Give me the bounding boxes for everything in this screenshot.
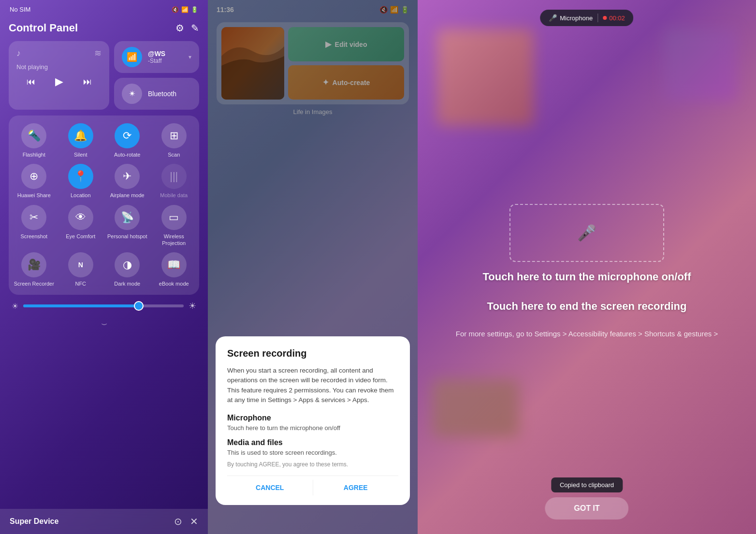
quick-toggles-grid: 🔦 Flashlight 🔔 Silent ⟳ Auto-rotate ⊞ <box>9 115 199 295</box>
dark-mode-toggle[interactable]: ◑ Dark mode <box>107 252 148 287</box>
media-section-desc: This is used to store screen recordings. <box>227 449 398 456</box>
recording-instructions-panel: 🎤 Microphone 00:02 🎤 Touch here to turn … <box>418 0 756 534</box>
screen-recording-panel: 11:36 🔇 📶 🔋 <box>208 0 418 534</box>
wireless-proj-icon: ▭ <box>169 211 179 224</box>
wifi-arrow-icon: ▾ <box>189 54 191 60</box>
control-panel: No SIM 🔇 📶 🔋 Control Panel ⚙ ✎ ♪ ≋ Not p… <box>0 0 208 534</box>
wifi-icon-circle: 📶 <box>122 47 142 67</box>
silent-label: Silent <box>74 151 87 158</box>
edit-icon[interactable]: ✎ <box>191 22 199 34</box>
airplane-icon-bg: ✈ <box>115 164 140 189</box>
screenshot-toggle[interactable]: ✂ Screenshot <box>14 205 55 247</box>
play-button[interactable]: ▶ <box>55 75 63 88</box>
dialog-divider <box>227 476 398 476</box>
mic-icon: 🎤 <box>549 14 557 22</box>
dialog-body: When you start a screen recording, all c… <box>227 366 398 405</box>
not-playing-label: Not playing <box>16 63 102 71</box>
agree-terms-text: By touching AGREE, you agree to these te… <box>227 461 398 468</box>
hotspot-toggle[interactable]: 📡 Personal hotspot <box>107 205 148 247</box>
got-it-button[interactable]: GOT IT <box>545 497 628 520</box>
instructions-content: 🎤 Touch here to turn the microphone on/o… <box>418 0 756 534</box>
brightness-row: ☀ ☀ <box>9 301 199 311</box>
screen-recorder-label: Screen Recorder <box>14 280 54 287</box>
top-widgets: ♪ ≋ Not playing ⏮ ▶ ⏭ 📶 @WS <box>9 41 199 110</box>
location-icon-bg: 📍 <box>68 164 93 189</box>
rec-dot <box>603 16 607 20</box>
battery-icon: 🔋 <box>191 6 198 13</box>
wireless-projection-toggle[interactable]: ▭ Wireless Projection <box>154 205 195 247</box>
scan-icon-bg: ⊞ <box>161 123 187 148</box>
wifi-widget[interactable]: 📶 @WS -Staff ▾ <box>114 41 199 73</box>
flashlight-toggle[interactable]: 🔦 Flashlight <box>14 123 55 158</box>
nfc-icon: N <box>78 261 83 269</box>
nfc-toggle[interactable]: N NFC <box>60 252 102 287</box>
silent-toggle[interactable]: 🔔 Silent <box>60 123 102 158</box>
mic-pill-divider <box>597 14 598 22</box>
mic-indicator-pill[interactable]: 🎤 Microphone 00:02 <box>540 10 633 26</box>
super-device-close-icon[interactable]: ✕ <box>190 516 198 527</box>
prev-button[interactable]: ⏮ <box>27 77 35 87</box>
media-top: ♪ ≋ <box>16 48 102 58</box>
screenshot-label: Screenshot <box>20 233 47 240</box>
bluetooth-widget[interactable]: ✴ Bluetooth <box>114 78 199 110</box>
mobile-data-icon: ||| <box>170 170 178 183</box>
dialog-overlay: Screen recording When you start a screen… <box>208 0 418 534</box>
agree-button[interactable]: AGREE <box>313 478 399 497</box>
ebook-icon-bg: 📖 <box>161 252 187 277</box>
drag-handle: ⌣ <box>9 318 199 329</box>
ebook-icon: 📖 <box>167 259 180 271</box>
media-section-title: Media and files <box>227 438 398 447</box>
right-widgets: 📶 @WS -Staff ▾ ✴ Bluetooth <box>114 41 199 110</box>
super-device-bar: Super Device ⊙ ✕ <box>0 509 208 534</box>
nfc-icon-bg: N <box>68 252 93 277</box>
scan-toggle[interactable]: ⊞ Scan <box>154 123 195 158</box>
silent-icon-bg: 🔔 <box>68 123 93 148</box>
wireless-proj-icon-bg: ▭ <box>161 205 187 230</box>
cp-header-icons: ⚙ ✎ <box>175 22 199 34</box>
wifi-name: @WS <box>148 50 183 58</box>
media-controls: ⏮ ▶ ⏭ <box>16 75 102 88</box>
autorotate-label: Auto-rotate <box>114 151 140 158</box>
location-icon: 📍 <box>74 170 87 183</box>
rec-time: 00:02 <box>609 14 625 22</box>
super-device-label: Super Device <box>10 517 58 526</box>
mobile-data-icon-bg: ||| <box>161 164 187 189</box>
nfc-label: NFC <box>75 280 86 287</box>
brightness-high-icon: ☀ <box>189 301 196 311</box>
autorotate-icon: ⟳ <box>123 130 131 142</box>
next-button[interactable]: ⏭ <box>83 77 92 87</box>
settings-note-text: For more settings, go to Settings > Acce… <box>456 329 718 340</box>
wifi-icon: 📶 <box>127 52 137 62</box>
screen-recorder-toggle[interactable]: 🎥 Screen Recorder <box>14 252 55 287</box>
mic-dashed-rect: 🎤 <box>509 204 664 262</box>
ebook-mode-toggle[interactable]: 📖 eBook mode <box>154 252 195 287</box>
cp-title: Control Panel <box>9 22 78 34</box>
super-device-target-icon[interactable]: ⊙ <box>174 516 182 527</box>
huawei-share-toggle[interactable]: ⊕ Huawei Share <box>14 164 55 199</box>
mobile-data-toggle[interactable]: ||| Mobile data <box>154 164 195 199</box>
cancel-button[interactable]: CANCEL <box>227 478 313 497</box>
brightness-slider[interactable] <box>23 304 184 307</box>
hotspot-icon: 📡 <box>121 211 134 224</box>
status-icons-1: 🔇 📶 🔋 <box>172 6 198 13</box>
airplane-icon: ✈ <box>123 170 131 183</box>
wifi-info: @WS -Staff <box>148 50 183 64</box>
carrier-label: No SIM <box>10 6 30 13</box>
airplane-toggle[interactable]: ✈ Airplane mode <box>107 164 148 199</box>
wifi-sub: -Staff <box>148 58 183 64</box>
eye-comfort-toggle[interactable]: 👁 Eye Comfort <box>60 205 102 247</box>
end-recording-text: Touch here to end the screen recording <box>487 299 687 314</box>
media-widget[interactable]: ♪ ≋ Not playing ⏮ ▶ ⏭ <box>9 41 109 110</box>
brightness-fill <box>23 304 139 307</box>
location-toggle[interactable]: 📍 Location <box>60 164 102 199</box>
flashlight-icon: 🔦 <box>28 130 41 142</box>
hotspot-label: Personal hotspot <box>107 233 147 240</box>
autorotate-toggle[interactable]: ⟳ Auto-rotate <box>107 123 148 158</box>
screen-recorder-icon-bg: 🎥 <box>21 252 46 277</box>
silent-icon: 🔔 <box>74 130 87 142</box>
dialog-title: Screen recording <box>227 348 398 359</box>
settings-icon[interactable]: ⚙ <box>175 22 184 34</box>
location-label: Location <box>71 192 91 199</box>
mic-large-icon: 🎤 <box>577 224 596 242</box>
mobile-data-label: Mobile data <box>160 192 188 199</box>
